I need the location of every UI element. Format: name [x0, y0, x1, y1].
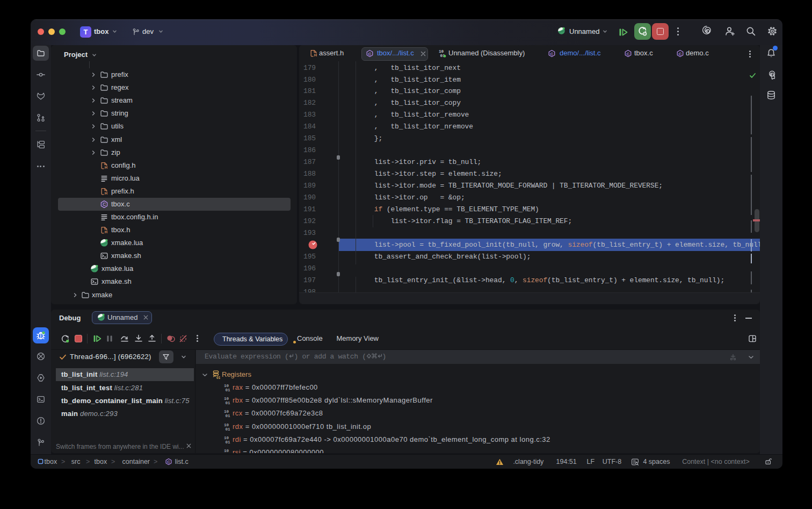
svg-text:C: C — [627, 52, 630, 56]
svg-text:01: 01 — [225, 414, 230, 417]
svg-text:01: 01 — [225, 427, 230, 430]
svg-text:01: 01 — [225, 401, 230, 404]
svg-text:01: 01 — [216, 376, 220, 379]
svg-text:C: C — [368, 52, 372, 56]
svg-text:C: C — [679, 52, 682, 56]
svg-text:01: 01 — [225, 388, 230, 391]
svg-text:C: C — [103, 202, 106, 207]
svg-text:01: 01 — [225, 440, 230, 443]
svg-text:H: H — [314, 53, 317, 58]
svg-text:01: 01 — [225, 453, 230, 453]
svg-text:H: H — [105, 165, 107, 170]
svg-text:C: C — [167, 460, 170, 464]
svg-text:H: H — [105, 191, 107, 196]
svg-text:H: H — [105, 230, 107, 234]
svg-text:C: C — [550, 52, 554, 56]
